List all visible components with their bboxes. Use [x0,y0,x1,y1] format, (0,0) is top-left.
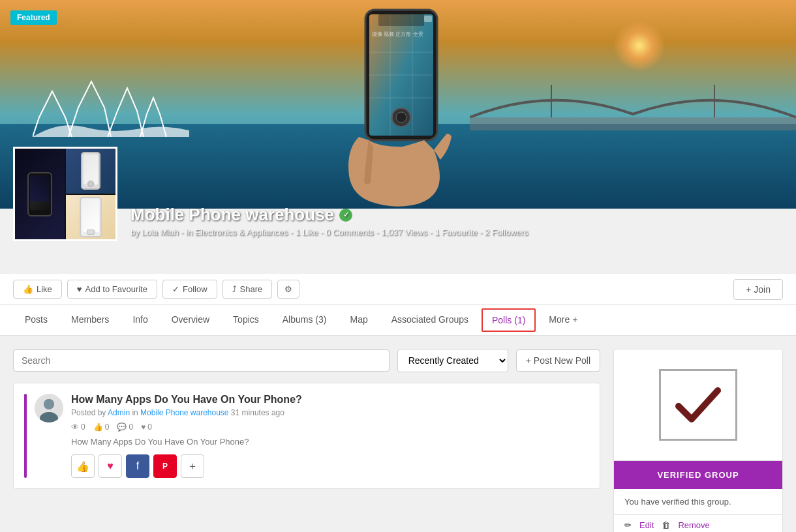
comment-icon: 💬 [117,422,127,432]
settings-button[interactable]: ⚙ [277,280,299,299]
hero-section: 摄像 视频 正方形 全景 Featured [0,0,796,274]
tab-more[interactable]: More + [537,305,589,335]
thumbs-up-small-icon: 👍 [93,422,103,432]
sidebar-links: ✏ Edit 🗑 Remove [614,515,782,532]
poll-card: How Many Apps Do You Have On Your Phone?… [13,383,600,489]
search-input[interactable] [13,349,390,372]
eye-icon: 👁 [71,422,79,432]
polls-section: Recently Created Most Viewed Most Liked … [13,349,600,489]
poll-comments: 💬 0 [117,422,133,432]
poll-likes: 👍 0 [93,422,110,432]
poll-meta: Posted by Admin in Mobile Phone warehous… [71,408,589,417]
edit-icon: ✏ [624,520,632,530]
checkmark-svg [672,379,724,431]
poll-facebook-button[interactable]: f [126,454,149,478]
poll-body: How Many Apps Do You Have On Your Phone?… [71,394,589,478]
svg-rect-13 [424,16,432,22]
verified-shield-icon: ✓ [339,209,352,222]
poll-views: 👁 0 [71,422,85,432]
tab-info[interactable]: Info [121,305,159,335]
svg-text:摄像 视频 正方形 全景: 摄像 视频 正方形 全景 [372,31,423,37]
polls-header: Recently Created Most Viewed Most Liked … [13,349,600,372]
sidebar-verified-text: You have verified this group. [614,489,782,515]
sidebar-card: VERIFIED GROUP You have verified this gr… [613,349,783,532]
tab-topics[interactable]: Topics [221,305,271,335]
poll-left-bar [24,394,27,478]
checkmark-icon: ✓ [172,284,179,294]
poll-favourites: ♥ 0 [141,422,152,432]
hero-background: 摄像 视频 正方形 全景 [0,0,796,209]
poll-pinterest-button[interactable]: P [153,454,177,478]
svg-point-18 [44,399,54,409]
page-wrapper: 摄像 视频 正方形 全景 Featured [0,0,796,532]
poll-description: How Many Apps Do You Have On Your Phone? [71,437,589,447]
group-avatar [13,147,117,241]
sort-select[interactable]: Recently Created Most Viewed Most Liked … [397,349,508,372]
svg-point-11 [396,112,406,123]
add-to-favourite-button[interactable]: ♥ Add to Favourite [67,280,157,299]
svg-rect-12 [378,14,424,26]
heart-small-icon: ♥ [141,422,145,432]
poll-actions: 👍 ♥ f P ＋ [71,454,589,478]
poll-like-button[interactable]: 👍 [71,454,95,478]
tab-map[interactable]: Map [338,305,379,335]
share-icon: ⤴ [232,284,237,294]
poll-favourite-button[interactable]: ♥ [99,454,122,478]
follow-button[interactable]: ✓ Follow [162,280,217,299]
poll-time: 31 minutes ago [231,408,284,417]
checkmark-box [659,369,737,441]
gear-icon: ⚙ [284,284,292,294]
poll-avatar [35,394,63,422]
checkmark-area [614,349,782,461]
tab-polls[interactable]: Polls (1) [482,308,536,332]
featured-badge: Featured [10,10,57,25]
group-meta: by Lola Miah - in Electronics & Applianc… [130,228,783,237]
share-button[interactable]: ⤴ Share [222,280,273,299]
heart-icon: ♥ [77,284,82,294]
tab-posts[interactable]: Posts [13,305,59,335]
verified-group-button[interactable]: VERIFIED GROUP [614,461,782,489]
poll-group-link[interactable]: Mobile Phone warehouse [140,408,228,417]
tab-associated-groups[interactable]: Associated Groups [380,305,480,335]
plus-icon: + [526,355,531,366]
tab-overview[interactable]: Overview [160,305,221,335]
trash-icon: 🗑 [662,520,670,530]
poll-author-link[interactable]: Admin [108,408,130,417]
sidebar-remove-link[interactable]: Remove [678,520,709,530]
poll-title: How Many Apps Do You Have On Your Phone? [71,394,589,406]
tab-members[interactable]: Members [59,305,121,335]
sidebar-edit-link[interactable]: Edit [639,520,654,530]
like-button[interactable]: 👍 Like [13,280,62,299]
group-info: Mobile Phone warehouse ✓ by Lola Miah - … [130,205,783,274]
poll-more-button[interactable]: ＋ [181,454,204,478]
action-bar: 👍 Like ♥ Add to Favourite ✓ Follow ⤴ Sha… [0,274,796,305]
join-button[interactable]: + Join [733,279,783,300]
action-bar-left: 👍 Like ♥ Add to Favourite ✓ Follow ⤴ Sha… [13,280,299,299]
sidebar: VERIFIED GROUP You have verified this gr… [613,349,783,532]
main-content: Recently Created Most Viewed Most Liked … [0,336,796,532]
post-new-poll-button[interactable]: + Post New Poll [516,349,600,372]
poll-stats: 👁 0 👍 0 💬 0 ♥ 0 [71,422,589,432]
thumbs-up-icon: 👍 [23,284,33,294]
tab-albums[interactable]: Albums (3) [271,305,339,335]
nav-tabs: Posts Members Info Overview Topics Album… [0,305,796,336]
